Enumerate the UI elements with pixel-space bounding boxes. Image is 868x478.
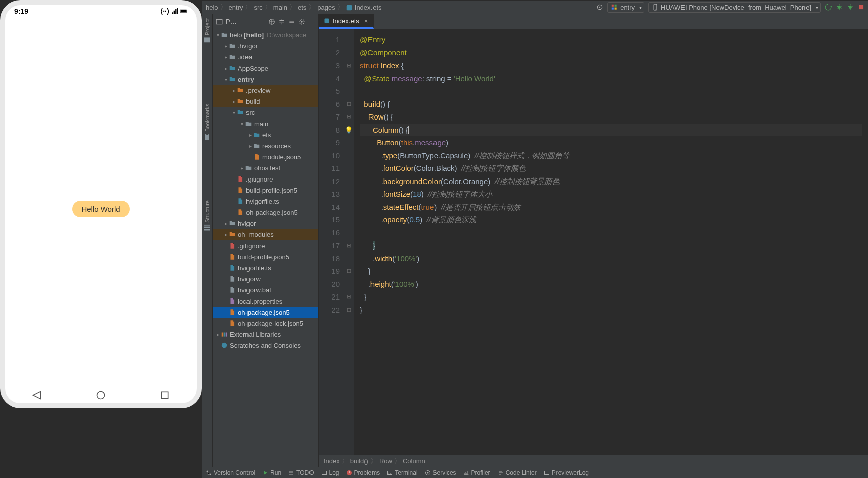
tree-item[interactable]: ▾src: [213, 107, 318, 118]
tab-label: Index.ets: [333, 17, 359, 25]
tree-item[interactable]: .gitignore: [213, 173, 318, 185]
collapse-icon[interactable]: [288, 18, 295, 25]
target-icon[interactable]: [596, 4, 603, 11]
tree-item[interactable]: oh-package.json5: [213, 207, 318, 218]
tree-item[interactable]: oh-package-lock.json5: [213, 318, 318, 329]
debug2-icon[interactable]: [847, 4, 854, 11]
svg-point-30: [210, 473, 211, 475]
services-tab[interactable]: Services: [425, 469, 456, 476]
tree-item[interactable]: ▸AppScope: [213, 63, 318, 74]
project-tree[interactable]: ▾helo [hello]D:\workspace▸.hvigor▸.idea▸…: [213, 29, 318, 467]
tree-item[interactable]: ▾entry: [213, 74, 318, 85]
todo-tab[interactable]: TODO: [288, 469, 314, 476]
terminal-tab[interactable]: Terminal: [387, 469, 417, 476]
tree-item[interactable]: ▸ets: [213, 129, 318, 140]
tree-item[interactable]: build-profile.json5: [213, 251, 318, 262]
svg-rect-9: [615, 5, 617, 7]
structure-tool-tab[interactable]: Structure: [204, 200, 210, 231]
tree-item[interactable]: ▸resources: [213, 140, 318, 151]
tree-item[interactable]: hvigorfile.ts: [213, 262, 318, 273]
battery-icon: [180, 8, 188, 15]
settings-icon[interactable]: [298, 18, 305, 25]
tree-item[interactable]: ▸.idea: [213, 51, 318, 63]
svg-rect-21: [216, 19, 222, 24]
minimize-icon[interactable]: —: [308, 18, 315, 25]
previewer-log-tab[interactable]: PreviewerLog: [544, 469, 589, 476]
tree-item[interactable]: ▸.preview: [213, 85, 318, 96]
version-control-tab[interactable]: Version Control: [206, 469, 255, 476]
tree-item[interactable]: ▸ohosTest: [213, 162, 318, 173]
network-icon: ⟨··⟩: [160, 7, 169, 15]
scratches[interactable]: Scratches and Consoles: [213, 340, 318, 351]
phone-status-bar: 9:19 ⟨··⟩: [5, 5, 197, 17]
nav-recent-icon[interactable]: [160, 390, 170, 400]
code-linter-tab[interactable]: Code Linter: [498, 469, 537, 476]
tree-item[interactable]: hvigorw.bat: [213, 284, 318, 295]
folder-icon: [204, 37, 210, 43]
editor-pane: Index.ets × 1234567891011121314151617181…: [319, 14, 868, 467]
project-tool-tab[interactable]: Project: [204, 18, 210, 43]
profiler-tab[interactable]: Profiler: [463, 469, 490, 476]
svg-rect-36: [544, 471, 549, 474]
close-icon[interactable]: ×: [364, 17, 368, 25]
external-libraries[interactable]: ▸External Libraries: [213, 329, 318, 340]
vcs-icon: [206, 470, 212, 476]
stop-icon[interactable]: [858, 4, 865, 11]
tree-item[interactable]: hvigorfile.ts: [213, 196, 318, 207]
linter-icon: [498, 470, 504, 476]
svg-point-13: [655, 9, 655, 10]
svg-rect-18: [204, 229, 210, 231]
tree-item[interactable]: hvigorw: [213, 273, 318, 284]
phone-content: Hello World: [5, 17, 197, 400]
run-icon: [262, 470, 268, 476]
tree-item[interactable]: ▸oh_modules: [213, 229, 318, 240]
project-view-icon[interactable]: [216, 18, 223, 25]
svg-point-35: [427, 472, 428, 473]
path-breadcrumb[interactable]: helo〉entry〉src〉main〉ets〉pages〉 Index.ets: [205, 3, 594, 12]
run-config-select[interactable]: entry: [607, 2, 644, 13]
profiler-icon: [463, 470, 469, 476]
sync-icon[interactable]: [825, 4, 832, 11]
code-editor[interactable]: 12345678910111213141516171819202122 ⊟⊟⊟💡…: [319, 29, 868, 455]
editor-tabs: Index.ets ×: [319, 14, 868, 29]
bookmarks-tool-tab[interactable]: Bookmarks: [204, 104, 210, 140]
svg-rect-4: [161, 392, 168, 398]
line-gutter: 12345678910111213141516171819202122: [319, 29, 344, 455]
debug-icon[interactable]: [836, 4, 843, 11]
tree-item[interactable]: local.properties: [213, 295, 318, 307]
tree-item[interactable]: ▸build: [213, 96, 318, 107]
bottom-toolbar: Version Control Run TODO Log Problems Te…: [202, 467, 868, 478]
tree-item[interactable]: ▾main: [213, 118, 318, 129]
locate-icon[interactable]: [268, 18, 275, 25]
expand-icon[interactable]: [278, 18, 285, 25]
code-area[interactable]: @Entry@Componentstruct Index { @State me…: [354, 29, 868, 455]
device-select[interactable]: HUAWEI Phone [NewDevice_from_Huawei_Phon…: [648, 2, 821, 13]
svg-rect-20: [204, 225, 210, 226]
log-tab[interactable]: Log: [321, 469, 339, 476]
svg-rect-31: [322, 471, 326, 474]
problems-tab[interactable]: Problems: [346, 469, 380, 476]
problems-icon: [346, 470, 352, 476]
svg-rect-28: [325, 19, 329, 23]
tree-item[interactable]: ▸hvigor: [213, 218, 318, 229]
svg-rect-17: [204, 37, 210, 42]
phone-emulator: 9:19 ⟨··⟩ Hello World: [0, 0, 202, 408]
nav-back-icon[interactable]: [32, 390, 42, 400]
preview-log-icon: [544, 470, 550, 476]
editor-breadcrumb[interactable]: Index〉build()〉Row〉Column: [319, 455, 868, 467]
tab-index-ets[interactable]: Index.ets ×: [319, 14, 374, 29]
tree-item[interactable]: ▸.hvigor: [213, 40, 318, 51]
run-tab[interactable]: Run: [262, 469, 281, 476]
project-label: P…: [226, 18, 237, 25]
fold-column[interactable]: ⊟⊟⊟💡⊟⊟⊟⊟⊟: [344, 29, 354, 455]
tree-item[interactable]: .gitignore: [213, 240, 318, 251]
tree-item[interactable]: oh-package.json5: [213, 307, 318, 318]
tree-item[interactable]: build-profile.json5: [213, 185, 318, 196]
tree-item[interactable]: module.json5: [213, 151, 318, 162]
nav-home-icon[interactable]: [96, 390, 106, 400]
tree-root[interactable]: ▾helo [hello]D:\workspace: [213, 29, 318, 40]
device-icon: [652, 4, 659, 11]
hello-world-button[interactable]: Hello World: [72, 201, 129, 217]
services-icon: [425, 470, 431, 476]
svg-point-27: [222, 343, 227, 348]
